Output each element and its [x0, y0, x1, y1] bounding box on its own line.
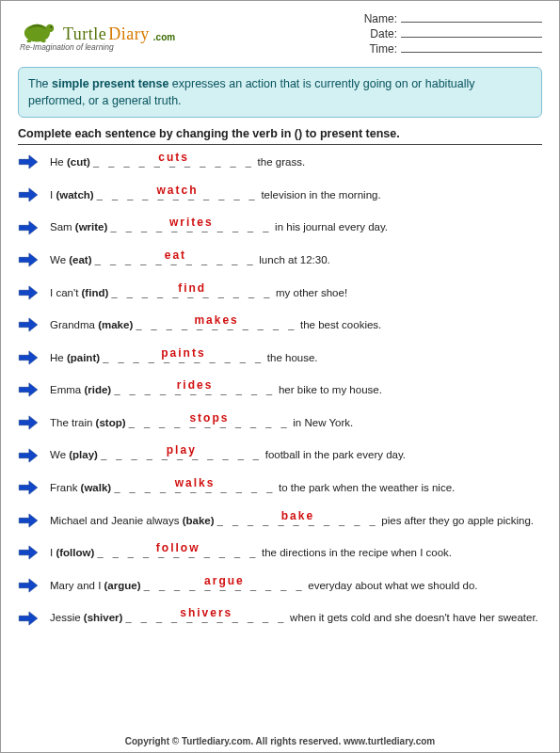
question-row: The train (stop) stops _ _ _ _ _ _ _ _ _… — [18, 415, 542, 430]
meta-date: Date: — [364, 27, 542, 40]
q-verb: (walk) — [81, 482, 112, 493]
answer-text: argue — [204, 573, 245, 589]
questions-list: He (cut) cuts _ _ _ _ _ _ _ _ _ _ _ the … — [18, 154, 542, 625]
question-text: Mary and I (argue) argue _ _ _ _ _ _ _ _… — [50, 578, 478, 593]
q-post: her bike to my house. — [279, 384, 382, 395]
svg-point-2 — [50, 26, 52, 28]
answer-blank[interactable]: bake _ _ _ _ _ _ _ _ _ _ _ — [217, 513, 378, 528]
answer-text: paints — [161, 345, 205, 361]
q-pre: We — [50, 449, 69, 460]
answer-text: writes — [169, 215, 214, 231]
question-text: Michael and Jeanie always (bake) bake _ … — [50, 513, 534, 528]
meta-time: Time: — [364, 42, 542, 56]
q-post: the grass. — [258, 156, 306, 168]
answer-blank[interactable]: argue _ _ _ _ _ _ _ _ _ _ _ — [144, 578, 305, 593]
answer-text: shivers — [180, 605, 232, 621]
q-post: football in the park every day. — [265, 449, 406, 460]
answer-text: makes — [194, 312, 238, 328]
time-input-line[interactable] — [401, 42, 542, 53]
answer-blank[interactable]: play _ _ _ _ _ _ _ _ _ _ _ — [101, 447, 262, 462]
q-verb: (play) — [69, 449, 98, 460]
logo-word-diary: Diary — [108, 24, 149, 44]
q-pre: Sam — [50, 221, 75, 232]
answer-text: play — [167, 442, 197, 458]
arrow-icon — [18, 513, 39, 528]
q-post: in New York. — [293, 417, 353, 428]
answer-blank[interactable]: shivers _ _ _ _ _ _ _ _ _ _ _ — [126, 610, 287, 625]
question-row: He (paint) paints _ _ _ _ _ _ _ _ _ _ _ … — [18, 350, 542, 365]
arrow-icon — [18, 382, 39, 397]
q-post: the house. — [267, 352, 318, 363]
answer-blank[interactable]: find _ _ _ _ _ _ _ _ _ _ _ — [111, 285, 272, 300]
question-text: I can't (find) find _ _ _ _ _ _ _ _ _ _ … — [50, 285, 347, 300]
q-post: when it gets cold and she doesn't have h… — [290, 612, 538, 623]
date-input-line[interactable] — [401, 27, 542, 38]
q-verb: (watch) — [56, 189, 93, 200]
answer-text: cuts — [158, 150, 189, 166]
q-pre: Grandma — [50, 319, 98, 330]
q-verb: (follow) — [56, 547, 94, 558]
question-row: I (follow) follow _ _ _ _ _ _ _ _ _ _ _ … — [18, 545, 542, 560]
q-post: television in the morning. — [261, 189, 380, 200]
q-post: my other shoe! — [276, 287, 347, 298]
q-verb: (write) — [75, 221, 108, 232]
q-post: the best cookies. — [300, 319, 381, 330]
explain-bold: simple present tense — [52, 77, 168, 90]
q-pre: Emma — [50, 384, 84, 395]
answer-text: follow — [156, 540, 200, 556]
question-row: Mary and I (argue) argue _ _ _ _ _ _ _ _… — [18, 578, 542, 593]
arrow-icon — [18, 285, 39, 300]
question-row: We (play) play _ _ _ _ _ _ _ _ _ _ _ foo… — [18, 447, 542, 462]
answer-blank[interactable]: watch _ _ _ _ _ _ _ _ _ _ _ — [97, 187, 258, 202]
q-post: lunch at 12:30. — [259, 254, 329, 265]
answer-blank[interactable]: paints _ _ _ _ _ _ _ _ _ _ _ — [103, 350, 264, 365]
question-row: Frank (walk) walks _ _ _ _ _ _ _ _ _ _ _… — [18, 480, 542, 495]
q-pre: He — [50, 352, 67, 363]
arrow-icon — [18, 252, 39, 267]
question-text: I (follow) follow _ _ _ _ _ _ _ _ _ _ _ … — [50, 545, 452, 560]
arrow-icon — [18, 578, 39, 593]
answer-text: eat — [165, 248, 186, 264]
q-post: pies after they go apple picking. — [381, 515, 534, 526]
question-row: We (eat) eat _ _ _ _ _ _ _ _ _ _ _ lunch… — [18, 252, 542, 267]
q-verb: (paint) — [67, 352, 100, 363]
question-row: I can't (find) find _ _ _ _ _ _ _ _ _ _ … — [18, 285, 542, 300]
question-row: Grandma (make) makes _ _ _ _ _ _ _ _ _ _… — [18, 317, 542, 332]
question-row: Sam (write) writes _ _ _ _ _ _ _ _ _ _ _… — [18, 219, 542, 234]
question-text: Grandma (make) makes _ _ _ _ _ _ _ _ _ _… — [50, 317, 381, 332]
logo-word-turtle: Turtle — [63, 24, 106, 44]
answer-blank[interactable]: makes _ _ _ _ _ _ _ _ _ _ _ — [136, 317, 296, 332]
arrow-icon — [18, 448, 39, 463]
answer-text: bake — [281, 508, 314, 524]
q-verb: (stop) — [96, 417, 126, 428]
name-input-line[interactable] — [401, 12, 542, 23]
q-pre: Jessie — [50, 612, 84, 623]
question-text: Jessie (shiver) shivers _ _ _ _ _ _ _ _ … — [50, 610, 538, 625]
svg-point-0 — [24, 24, 50, 42]
arrow-icon — [18, 545, 39, 560]
answer-blank[interactable]: walks _ _ _ _ _ _ _ _ _ _ _ — [114, 480, 275, 495]
q-post: in his journal every day. — [275, 221, 388, 232]
answer-blank[interactable]: follow _ _ _ _ _ _ _ _ _ _ _ — [97, 545, 258, 560]
answer-text: watch — [157, 183, 199, 199]
q-pre: Michael and Jeanie always — [50, 515, 183, 526]
arrow-icon — [18, 611, 39, 626]
svg-point-1 — [46, 24, 55, 33]
question-text: The train (stop) stops _ _ _ _ _ _ _ _ _… — [50, 415, 353, 430]
q-pre: He — [50, 156, 67, 168]
answer-blank[interactable]: rides _ _ _ _ _ _ _ _ _ _ _ — [114, 382, 275, 397]
question-text: Emma (ride) rides _ _ _ _ _ _ _ _ _ _ _ … — [50, 382, 382, 397]
answer-text: rides — [177, 377, 214, 393]
answer-blank[interactable]: eat _ _ _ _ _ _ _ _ _ _ _ — [95, 252, 256, 267]
q-verb: (shiver) — [84, 612, 123, 623]
answer-text: walks — [175, 475, 216, 491]
q-verb: (ride) — [84, 384, 111, 395]
answer-blank[interactable]: writes _ _ _ _ _ _ _ _ _ _ _ — [111, 219, 272, 234]
arrow-icon — [18, 480, 39, 495]
answer-blank[interactable]: stops _ _ _ _ _ _ _ _ _ _ _ — [129, 415, 290, 430]
question-text: I (watch) watch _ _ _ _ _ _ _ _ _ _ _ te… — [50, 187, 381, 202]
arrow-icon — [18, 187, 39, 202]
answer-blank[interactable]: cuts _ _ _ _ _ _ _ _ _ _ _ — [93, 154, 254, 169]
question-row: I (watch) watch _ _ _ _ _ _ _ _ _ _ _ te… — [18, 187, 542, 202]
turtle-icon — [18, 12, 61, 44]
